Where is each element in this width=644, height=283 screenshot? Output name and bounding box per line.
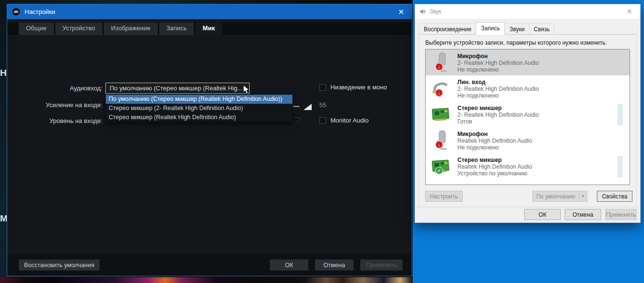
mouse-cursor bbox=[243, 85, 251, 95]
tab-recording[interactable]: Запись bbox=[476, 22, 505, 35]
dropdown-option[interactable]: Стерео микшер (Realtek High Definition A… bbox=[106, 113, 292, 122]
device-name: Стерео микшер bbox=[457, 157, 624, 163]
device-status: Готов bbox=[457, 118, 624, 125]
ok-button[interactable]: ОК bbox=[270, 259, 308, 271]
device-driver: Realtek High Definition Audio bbox=[457, 137, 624, 144]
mono-downmix-row: Низведение в моно bbox=[319, 84, 387, 91]
tab-device[interactable]: Устройство bbox=[55, 23, 102, 35]
video-thumbnail-strip bbox=[0, 277, 413, 283]
soundcard-icon bbox=[431, 104, 452, 126]
restore-defaults-button[interactable]: Восстановить умолчания bbox=[19, 259, 100, 271]
device-name: Микрофон bbox=[457, 53, 624, 60]
device-driver: 2- Realtek High Definition Audio bbox=[457, 86, 624, 92]
tab-playback[interactable]: Воспроизведение bbox=[419, 24, 476, 35]
settings-title: Настройки bbox=[25, 8, 55, 15]
microphone-icon bbox=[431, 130, 452, 152]
settings-titlebar[interactable]: 4K Настройки ✕ bbox=[7, 4, 412, 19]
background-text-fragment: М bbox=[0, 213, 7, 224]
soundcard-icon bbox=[431, 156, 452, 178]
audio-input-label: Аудиовход: bbox=[7, 85, 102, 92]
background-text-fragment: НИ bbox=[0, 68, 7, 78]
sound-titlebar[interactable]: Звук ✕ bbox=[415, 4, 640, 19]
apply-button[interactable]: Применить bbox=[360, 259, 403, 271]
monitor-audio-checkbox[interactable] bbox=[319, 117, 326, 124]
device-name: Лин. вход bbox=[457, 79, 624, 86]
volume-icon bbox=[303, 104, 312, 110]
instruction-text: Выберите устройство записи, параметры ко… bbox=[425, 39, 607, 46]
monitor-audio-row: Monitor Audio bbox=[319, 117, 369, 124]
not-plugged-icon: ↓ bbox=[435, 141, 443, 148]
device-row-microphone-2[interactable]: ↓ Микрофон 2- Realtek High Definition Au… bbox=[426, 49, 630, 75]
close-icon[interactable]: ✕ bbox=[619, 4, 640, 19]
default-device-icon: ✓ bbox=[435, 167, 443, 174]
not-plugged-icon: ↓ bbox=[435, 89, 443, 97]
device-status: Не подключено bbox=[457, 144, 624, 151]
configure-button[interactable]: Настроить bbox=[425, 191, 463, 202]
cancel-button[interactable]: Отмена bbox=[565, 209, 601, 220]
device-status: Устройство по умолчанию bbox=[457, 170, 624, 177]
device-row-line-in[interactable]: ↓ Лин. вход 2- Realtek High Definition A… bbox=[426, 75, 630, 101]
gain-value: 55 bbox=[319, 101, 326, 109]
sound-tabstrip: Воспроизведение Запись Звуки Связь bbox=[419, 24, 554, 35]
device-name: Микрофон bbox=[457, 131, 624, 137]
settings-footer: Восстановить умолчания ОК Отмена Примени… bbox=[7, 254, 412, 276]
speaker-icon bbox=[419, 8, 426, 15]
tab-general[interactable]: Общие bbox=[19, 23, 54, 35]
mono-downmix-checkbox[interactable] bbox=[319, 84, 326, 91]
input-gain-label: Усиление на входе: bbox=[7, 101, 102, 109]
recording-device-list[interactable]: ↓ Микрофон 2- Realtek High Definition Au… bbox=[425, 49, 630, 185]
cancel-button[interactable]: Отмена bbox=[315, 259, 354, 271]
device-row-stereo-mix-default[interactable]: ✓ Стерео микшер Realtek High Definition … bbox=[426, 153, 630, 179]
device-name: Стерео микшер bbox=[457, 105, 624, 111]
4k-app-icon: 4K bbox=[12, 8, 20, 16]
dropdown-option[interactable]: Стерео микшер (2- Realtek High Definitio… bbox=[106, 104, 292, 113]
tab-sounds[interactable]: Звуки bbox=[505, 24, 529, 35]
not-plugged-icon: ↓ bbox=[435, 63, 443, 71]
audio-input-value: По умолчанию (Стерео микшер (Realtek Hig… bbox=[110, 85, 242, 92]
dropdown-option[interactable]: По умолчанию (Стерео микшер (Realtek Hig… bbox=[106, 95, 292, 104]
device-row-stereo-mix-2[interactable]: Стерео микшер 2- Realtek High Definition… bbox=[426, 101, 630, 127]
sound-dialog: Звук ✕ Воспроизведение Запись Звуки Связ… bbox=[415, 4, 641, 223]
set-default-button[interactable]: По умолчанию bbox=[532, 191, 579, 202]
set-default-arrow-icon[interactable]: ▼ bbox=[579, 191, 587, 202]
audio-input-dropdown: По умолчанию (Стерео микшер (Realtek Hig… bbox=[105, 94, 293, 123]
tab-image[interactable]: Изображение bbox=[104, 23, 158, 35]
device-driver: 2- Realtek High Definition Audio bbox=[457, 111, 624, 118]
level-meter bbox=[618, 104, 623, 125]
tab-mic[interactable]: Мик bbox=[195, 23, 222, 35]
mic-tab-content: Аудиовход: По умолчанию (Стерео микшер (… bbox=[7, 35, 412, 254]
settings-dialog: 4K Настройки ✕ Общие Устройство Изображе… bbox=[7, 4, 412, 276]
divider bbox=[415, 206, 640, 207]
properties-button[interactable]: Свойства bbox=[597, 191, 632, 202]
close-icon[interactable]: ✕ bbox=[391, 4, 412, 19]
tab-communications[interactable]: Связь bbox=[529, 24, 555, 35]
tab-recording[interactable]: Запись bbox=[159, 23, 194, 35]
line-in-icon bbox=[431, 78, 452, 100]
device-row-microphone[interactable]: ↓ Микрофон Realtek High Definition Audio… bbox=[426, 127, 630, 153]
audio-input-combobox[interactable]: По умолчанию (Стерео микшер (Realtek Hig… bbox=[105, 83, 250, 94]
mono-downmix-label: Низведение в моно bbox=[330, 84, 387, 91]
ok-button[interactable]: ОК bbox=[524, 209, 561, 220]
level-meter bbox=[618, 156, 623, 177]
device-status: Не подключено bbox=[457, 92, 624, 99]
device-status: Не подключено bbox=[457, 66, 624, 73]
device-driver: Realtek High Definition Audio bbox=[457, 163, 624, 170]
settings-tabstrip: Общие Устройство Изображение Запись Мик bbox=[7, 23, 412, 35]
sound-title: Звук bbox=[429, 8, 442, 15]
recording-tab-page: Выберите устройство записи, параметры ко… bbox=[418, 34, 637, 208]
microphone-icon bbox=[431, 52, 452, 74]
input-level-label: Уровень на входе: bbox=[7, 117, 102, 124]
apply-button[interactable]: Применить bbox=[605, 209, 637, 220]
monitor-audio-label: Monitor Audio bbox=[330, 117, 369, 124]
screen: НИ М 4K Настройки ✕ Общие Устройство Изо… bbox=[0, 0, 644, 283]
device-driver: 2- Realtek High Definition Audio bbox=[457, 60, 624, 66]
